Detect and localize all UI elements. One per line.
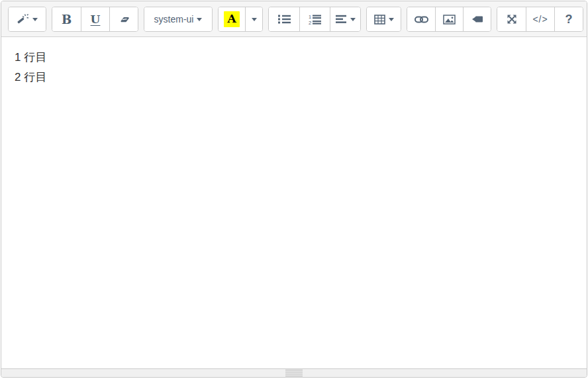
insert-picture-button[interactable] bbox=[435, 7, 463, 31]
fontname-button-group: system-ui bbox=[144, 7, 213, 32]
magic-wand-icon bbox=[17, 13, 29, 25]
style-dropdown-button[interactable] bbox=[9, 7, 46, 31]
help-glyph: ? bbox=[565, 13, 573, 27]
fontname-label: system-ui bbox=[154, 14, 194, 25]
insert-button-group bbox=[407, 7, 491, 32]
view-button-group: </> ? bbox=[497, 7, 583, 32]
underline-button[interactable]: U bbox=[81, 7, 109, 31]
ordered-list-button[interactable]: 1 2 bbox=[299, 7, 330, 31]
color-dropdown-button[interactable] bbox=[245, 7, 262, 31]
codeview-glyph: </> bbox=[532, 14, 548, 25]
paragraph-align-button[interactable] bbox=[330, 7, 360, 31]
resize-handle[interactable] bbox=[285, 370, 303, 376]
unordered-list-icon bbox=[278, 14, 291, 25]
font-style-button-group: B U bbox=[52, 7, 138, 32]
chevron-down-icon bbox=[197, 18, 202, 21]
paragraph-button-group: 1 2 bbox=[268, 7, 361, 32]
recent-color-button[interactable]: A bbox=[219, 7, 245, 31]
table-dropdown-button[interactable] bbox=[367, 7, 401, 31]
link-icon bbox=[415, 15, 428, 24]
text-line-2: 2 行目 bbox=[15, 68, 573, 87]
editor-toolbar: B U system-ui bbox=[1, 1, 587, 37]
editor-statusbar bbox=[1, 368, 587, 377]
bold-button[interactable]: B bbox=[52, 7, 81, 31]
chevron-down-icon bbox=[350, 18, 356, 21]
chevron-down-icon bbox=[32, 18, 38, 21]
font-color-glyph: A bbox=[224, 11, 239, 27]
richtext-editor: B U system-ui bbox=[1, 1, 587, 378]
color-button-group: A bbox=[218, 7, 263, 32]
fullscreen-button[interactable] bbox=[497, 7, 526, 31]
ordered-list-icon: 1 2 bbox=[309, 14, 321, 25]
bold-glyph: B bbox=[62, 13, 72, 27]
insert-video-button[interactable] bbox=[463, 7, 491, 31]
paragraph-align-icon bbox=[336, 15, 347, 24]
chevron-down-icon bbox=[389, 18, 394, 21]
insert-link-button[interactable] bbox=[407, 7, 435, 31]
style-button-group bbox=[8, 7, 46, 32]
arrows-expand-icon bbox=[506, 13, 518, 25]
clear-formatting-button[interactable] bbox=[109, 7, 138, 31]
table-button-group bbox=[366, 7, 401, 32]
help-button[interactable]: ? bbox=[554, 7, 583, 31]
video-icon bbox=[471, 15, 483, 24]
svg-text:2: 2 bbox=[309, 20, 311, 25]
unordered-list-button[interactable] bbox=[269, 7, 299, 31]
chevron-down-icon bbox=[252, 18, 257, 21]
text-line-1: 1 行目 bbox=[15, 48, 573, 68]
table-icon bbox=[374, 15, 385, 25]
eraser-icon bbox=[119, 15, 130, 25]
editable-content-area[interactable]: 1 行目 2 行目 bbox=[1, 37, 587, 368]
underline-glyph: U bbox=[91, 13, 101, 26]
picture-icon bbox=[443, 15, 456, 25]
fontname-dropdown-button[interactable]: system-ui bbox=[144, 7, 212, 31]
codeview-button[interactable]: </> bbox=[526, 7, 554, 31]
